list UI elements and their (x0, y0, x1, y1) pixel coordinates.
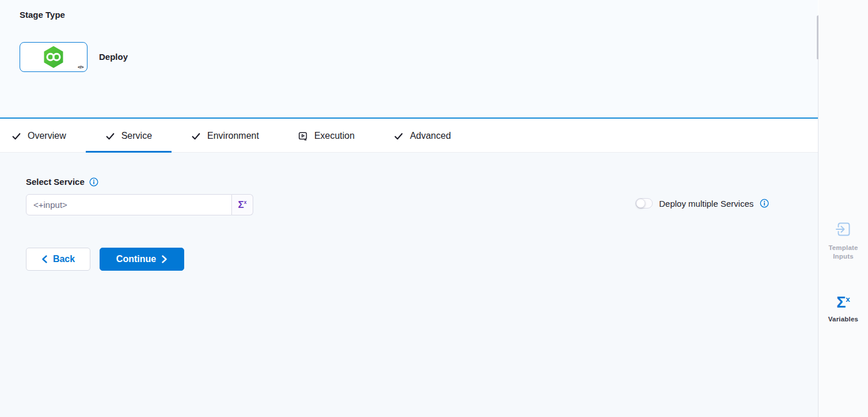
stage-config-panel: Stage Type </> Deploy (0, 0, 818, 417)
tab-label: Overview (28, 131, 66, 141)
back-button[interactable]: Back (26, 248, 90, 271)
info-icon[interactable] (89, 177, 98, 187)
sigma-x-icon: Σx (836, 295, 850, 310)
arrow-into-box-icon (835, 221, 852, 238)
check-icon (191, 131, 201, 141)
tab-service[interactable]: Service (86, 120, 172, 152)
tab-execution[interactable]: Execution (279, 120, 374, 152)
template-inputs-label: Template Inputs (818, 244, 868, 261)
toggle-knob (636, 199, 645, 208)
variables-label: Variables (818, 315, 868, 324)
tab-label: Environment (207, 131, 259, 141)
tab-overview[interactable]: Overview (9, 120, 86, 152)
runtime-input-button[interactable]: Σx (232, 194, 253, 215)
chevron-right-icon (161, 255, 167, 263)
tab-advanced[interactable]: Advanced (374, 120, 470, 152)
back-button-label: Back (53, 254, 75, 264)
continue-button[interactable]: Continue (100, 248, 184, 271)
service-input[interactable] (26, 194, 232, 215)
code-icon: </> (78, 65, 83, 70)
cd-hexagon-icon (43, 46, 64, 69)
stage-configuration-screen: Stage Type </> Deploy (0, 0, 868, 417)
variables-button[interactable]: Σx Variables (818, 295, 868, 324)
tab-label: Service (121, 131, 152, 141)
stage-card-name: Deploy (99, 52, 128, 62)
tab-label: Execution (314, 131, 355, 141)
template-inputs-button[interactable]: Template Inputs (818, 221, 868, 261)
deploy-stage-card[interactable]: </> (20, 42, 87, 72)
stage-type-section: Stage Type </> Deploy (0, 0, 818, 119)
deploy-multiple-toggle[interactable] (635, 198, 653, 208)
execution-icon (298, 131, 308, 141)
check-icon (394, 131, 403, 141)
deploy-multiple-label: Deploy multiple Services (659, 199, 753, 208)
sigma-x-icon: Σx (238, 200, 247, 210)
select-service-label: Select Service (26, 177, 85, 187)
right-rail: Template Inputs Σx Variables (818, 0, 868, 417)
chevron-left-icon (41, 255, 48, 263)
service-tab-content: Select Service Σx Deploy multiple Servic… (0, 153, 818, 417)
tab-label: Advanced (410, 131, 451, 141)
stage-tabs: Overview Service Environment (0, 120, 818, 153)
info-icon[interactable] (760, 199, 769, 208)
check-icon (105, 131, 115, 141)
stage-type-label: Stage Type (20, 10, 65, 20)
tab-environment[interactable]: Environment (172, 120, 279, 152)
continue-button-label: Continue (116, 254, 156, 264)
check-icon (12, 131, 21, 141)
